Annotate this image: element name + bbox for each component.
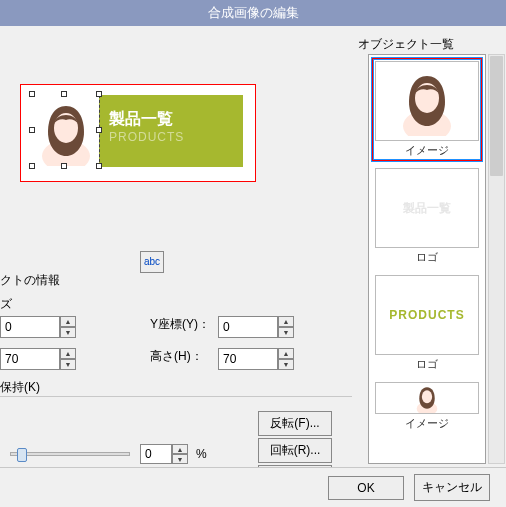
- separator: [0, 396, 352, 397]
- object-caption: イメージ: [375, 141, 479, 158]
- x-input[interactable]: [0, 316, 60, 338]
- w-input[interactable]: [0, 348, 60, 370]
- resize-handle[interactable]: [96, 91, 102, 97]
- resize-handle[interactable]: [61, 163, 67, 169]
- slider-value[interactable]: 0: [140, 444, 172, 464]
- object-info-label: クトの情報: [0, 272, 60, 289]
- object-list-label: オブジェクト一覧: [358, 36, 454, 53]
- rotate-button[interactable]: 回転(R)...: [258, 438, 332, 463]
- object-list[interactable]: イメージ 製品一覧 ロゴ PRODUCTS ロゴ イメージ: [368, 54, 486, 464]
- object-item-logo[interactable]: PRODUCTS ロゴ: [371, 271, 483, 376]
- person-photo-icon: [397, 66, 457, 136]
- keep-aspect-label: 保持(K): [0, 379, 40, 396]
- x-spinner[interactable]: ▲▼: [60, 316, 76, 338]
- dialog-footer: OK キャンセル: [0, 467, 506, 507]
- object-thumb: PRODUCTS: [375, 275, 479, 355]
- composite-text: 製品一覧 PRODUCTS: [99, 95, 184, 167]
- composite-image[interactable]: 製品一覧 PRODUCTS: [33, 95, 243, 167]
- resize-handle[interactable]: [96, 163, 102, 169]
- person-photo-icon: [412, 383, 442, 413]
- percent-label: %: [196, 447, 207, 461]
- composite-jp: 製品一覧: [109, 109, 184, 130]
- resize-handle[interactable]: [29, 127, 35, 133]
- size-label: ズ: [0, 296, 12, 313]
- text-tool-button[interactable]: abc: [140, 251, 164, 273]
- object-item-image[interactable]: イメージ: [371, 378, 483, 435]
- svg-point-7: [422, 390, 432, 403]
- person-photo-icon: [36, 96, 96, 166]
- resize-handle[interactable]: [29, 163, 35, 169]
- logo-jp-icon: 製品一覧: [403, 200, 451, 217]
- scrollbar-thumb[interactable]: [490, 56, 503, 176]
- object-item-image[interactable]: イメージ: [371, 57, 483, 162]
- composite-en: PRODUCTS: [109, 130, 184, 144]
- object-thumb: [375, 61, 479, 141]
- y-label: Y座標(Y)：: [150, 316, 210, 333]
- resize-handle[interactable]: [29, 91, 35, 97]
- object-caption: ロゴ: [375, 355, 479, 372]
- y-input[interactable]: [218, 316, 278, 338]
- h-input[interactable]: [218, 348, 278, 370]
- resize-handle[interactable]: [96, 127, 102, 133]
- composite-preview[interactable]: 製品一覧 PRODUCTS: [20, 84, 256, 182]
- slider-thumb[interactable]: [17, 448, 27, 462]
- resize-handle[interactable]: [61, 91, 67, 97]
- h-label: 高さ(H)：: [150, 348, 203, 365]
- h-spinner[interactable]: ▲▼: [278, 348, 294, 370]
- ok-button[interactable]: OK: [328, 476, 404, 500]
- flip-button[interactable]: 反転(F)...: [258, 411, 332, 436]
- object-thumb: [375, 382, 479, 414]
- opacity-slider-row: 0 ▲▼ %: [10, 444, 207, 464]
- composite-photo: [33, 95, 99, 167]
- object-list-scrollbar[interactable]: [488, 54, 505, 464]
- object-caption: ロゴ: [375, 248, 479, 265]
- object-thumb: 製品一覧: [375, 168, 479, 248]
- cancel-button[interactable]: キャンセル: [414, 474, 490, 501]
- window-title: 合成画像の編集: [0, 0, 506, 26]
- w-spinner[interactable]: ▲▼: [60, 348, 76, 370]
- object-item-logo[interactable]: 製品一覧 ロゴ: [371, 164, 483, 269]
- slider-spinner[interactable]: ▲▼: [172, 444, 188, 464]
- y-spinner[interactable]: ▲▼: [278, 316, 294, 338]
- slider-track[interactable]: [10, 452, 130, 456]
- object-caption: イメージ: [375, 414, 479, 431]
- logo-en-icon: PRODUCTS: [389, 308, 464, 322]
- dialog-content: 製品一覧 PRODUCTS abc クトの情報 ズ ▲▼ Y座標(Y)： ▲▼ …: [0, 26, 506, 464]
